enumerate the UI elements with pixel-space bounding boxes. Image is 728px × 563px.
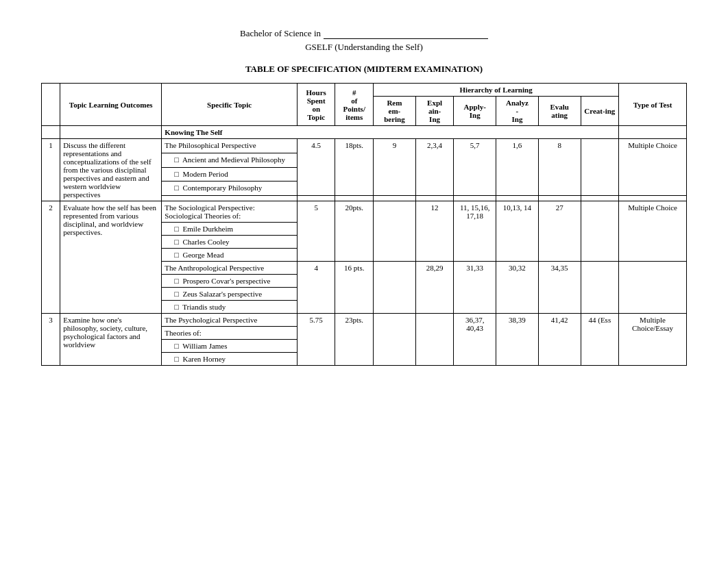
row2-sub1: □ Emile Durkheim [162,223,298,236]
section-empty-num [42,126,60,139]
row1-a-empty [454,196,496,201]
row2-exp: 12 [415,201,454,262]
section-heading: Knowing The Self [162,126,619,139]
col-hours: HoursSpentonTopic [297,84,335,126]
row1-sub2: □ Modern Period [162,167,298,182]
row3-theory2: □ Karen Horney [162,353,298,366]
section-heading-row: Knowing The Self [42,126,687,139]
row1-evalu: 8 [538,139,581,196]
row2-evalu: 27 [538,201,581,262]
row1-h-empty [297,196,335,201]
col-exp: Explain-Ing [415,97,454,126]
row3-hours: 5.75 [297,314,335,366]
table-row: 3 Examine how one's philosophy, society,… [42,314,687,327]
col-rem: Remem-bering [374,97,416,126]
header-subtitle: GSELF (Understanding the Self) [41,42,687,53]
section-empty-test [619,126,687,139]
row1-t-empty [619,196,687,201]
row3-topic: The Psychological Perspective [162,314,298,327]
row3-theories: Theories of: [162,327,298,340]
row1-sub1: □ Ancient and Medieval Philosophy [162,153,298,167]
row3-exp [415,314,454,366]
row2-anth-sub2: □ Zeus Salazar's perspective [162,288,298,301]
row1-r-empty [374,196,416,201]
row1-apply: 5,7 [454,139,496,196]
row1-p-empty [335,196,374,201]
row1-cr-empty [581,196,619,201]
row3-evalu: 41,42 [538,314,581,366]
row1-exp: 2,3,4 [415,139,454,196]
row1-points: 18pts. [335,139,374,196]
row1-num: 1 [42,139,60,201]
row2-outcome: Evaluate how the self has been represent… [60,201,162,314]
row1-e-empty [415,196,454,201]
col-num [42,84,60,126]
col-crea: Creat-ing [581,97,619,126]
row2-analyz2: 30,32 [496,262,539,314]
row3-rem [374,314,416,366]
row1-sub3: □ Contemporary Philosophy [162,182,298,196]
row2-rem2 [374,262,416,314]
row1-ev-empty [538,196,581,201]
col-analyz: Analyz-Ing [496,97,539,126]
row3-test: Multiple Choice/Essay [619,314,687,366]
row2-apply2: 31,33 [454,262,496,314]
col-evalu: Evaluating [538,97,581,126]
row2-hours2: 4 [297,262,335,314]
row1-test: Multiple Choice [619,139,687,196]
col-outcomes: Topic Learning Outcomes [60,84,162,126]
row2-apply: 11, 15,16, 17,18 [454,201,496,262]
row3-crea: 44 (Ess [581,314,619,366]
row1-rem: 9 [374,139,416,196]
row3-theory1: □ William James [162,340,298,353]
header-line1: Bachelor of Science in [41,27,687,39]
header: Bachelor of Science in GSELF (Understand… [41,27,687,53]
header-field [324,27,488,39]
row2-topic2: The Anthropological Perspective [162,262,298,275]
row2-crea2 [581,262,619,314]
col-topic: Specific Topic [162,84,298,126]
page: Bachelor of Science in GSELF (Understand… [14,14,714,379]
row2-sub3: □ George Mead [162,249,298,262]
row3-points: 23pts. [335,314,374,366]
row1-empty [162,196,298,201]
row2-hours: 5 [297,201,335,262]
row2-test: Multiple Choice [619,201,687,262]
col-hierarchy: Hierarchy of Learning [374,84,619,97]
row2-rem [374,201,416,262]
row2-test2 [619,262,687,314]
table-row: 2 Evaluate how the self has been represe… [42,201,687,223]
table-row: 1 Discuss the different representations … [42,139,687,153]
row3-num: 3 [42,314,60,366]
row2-anth-sub1: □ Prospero Covar's perspective [162,275,298,288]
specification-table: Topic Learning Outcomes Specific Topic H… [41,83,687,366]
row2-topic: The Sociological Perspective: Sociologic… [162,201,298,223]
row3-apply: 36,37, 40,43 [454,314,496,366]
header-row: Topic Learning Outcomes Specific Topic H… [42,84,687,97]
col-apply: Apply-Ing [454,97,496,126]
row2-points2: 16 pts. [335,262,374,314]
row1-analyz: 1,6 [496,139,539,196]
row1-topic: The Philosophical Perspective [162,139,298,153]
row2-evalu2: 34,35 [538,262,581,314]
row2-points: 20pts. [335,201,374,262]
row1-crea [581,139,619,196]
row2-sub2: □ Charles Cooley [162,236,298,249]
col-points: #ofPoints/items [335,84,374,126]
row3-outcome: Examine how one's philosophy, society, c… [60,314,162,366]
row2-num: 2 [42,201,60,314]
row2-analyz: 10,13, 14 [496,201,539,262]
row2-anth-sub3: □ Triandis study [162,301,298,314]
row1-outcome: Discuss the different representations an… [60,139,162,201]
row2-exp2: 28,29 [415,262,454,314]
row3-analyz: 38,39 [496,314,539,366]
row1-hours: 4.5 [297,139,335,196]
section-empty-outcome [60,126,162,139]
row2-crea [581,201,619,262]
table-title: TABLE OF SPECIFICATION (MIDTERM EXAMINAT… [41,64,687,75]
col-test: Type of Test [619,84,687,126]
row1-an-empty [496,196,539,201]
header-prefix: Bachelor of Science in [240,28,321,39]
